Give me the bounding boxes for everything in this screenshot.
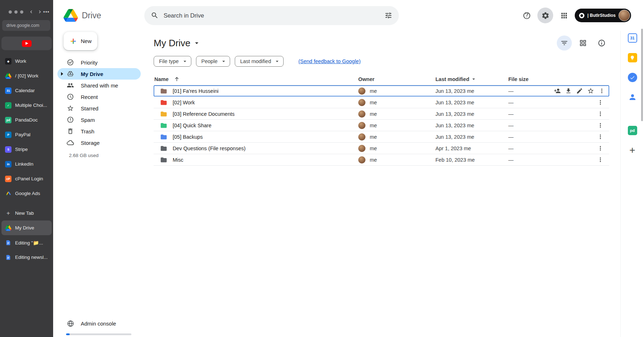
pandadoc-panel-icon[interactable]: pd — [627, 125, 638, 136]
contacts-icon[interactable] — [627, 92, 638, 102]
my-drive-icon — [67, 70, 74, 77]
forward-icon[interactable] — [37, 9, 43, 15]
sidebar-item-priority[interactable]: Priority — [53, 57, 154, 68]
drive-logo-icon[interactable] — [64, 9, 78, 22]
rename-icon[interactable] — [576, 87, 583, 94]
sidebar-item-starred[interactable]: Starred — [53, 103, 154, 114]
sidebar-item-my-drive[interactable]: My Drive — [57, 68, 141, 80]
more-options-icon[interactable] — [597, 145, 604, 152]
google-ads-icon — [5, 190, 11, 197]
tasks-icon[interactable] — [627, 72, 638, 82]
table-row[interactable]: Misc me Feb 10, 2023 me — — [154, 154, 609, 166]
file-type-filter-chip[interactable]: File type — [154, 56, 191, 67]
scrollbar-thumb[interactable] — [641, 29, 643, 121]
more-options-icon[interactable] — [597, 122, 604, 129]
sort-ascending-icon[interactable] — [174, 76, 180, 82]
get-add-ons-icon[interactable]: + — [627, 145, 638, 155]
work-icon: ◆ — [5, 58, 11, 65]
file-name: [01] Fa'res Husseini — [173, 88, 219, 94]
column-file-size[interactable]: File size — [508, 76, 554, 82]
pinned-item-google-ads[interactable]: Google Ads — [0, 186, 53, 201]
file-name: [03] Reference Documents — [173, 111, 234, 117]
sidebar-item-shared-with-me[interactable]: Shared with me — [53, 80, 154, 91]
filter-toggle-button[interactable] — [557, 35, 572, 51]
search-icon[interactable] — [151, 11, 159, 19]
more-options-icon[interactable] — [598, 87, 605, 94]
help-button[interactable] — [519, 8, 535, 23]
minimize-window-button[interactable] — [14, 10, 18, 14]
more-options-icon[interactable] — [597, 133, 604, 140]
sort-direction-icon — [471, 76, 477, 82]
download-icon[interactable] — [565, 87, 572, 94]
pinned-item-stripe[interactable]: S Stripe — [0, 142, 53, 157]
sidebar-item-spam[interactable]: Spam — [53, 114, 154, 125]
more-menu-icon[interactable]: ••• — [43, 9, 50, 15]
pinned-item-linkedin[interactable]: in LinkedIn — [0, 157, 53, 171]
expand-arrow-icon[interactable] — [61, 72, 63, 76]
share-icon[interactable] — [554, 87, 561, 94]
settings-button[interactable] — [537, 8, 553, 23]
account-chip[interactable]: | ButlrStudios — [575, 9, 631, 22]
table-row[interactable]: [04] Quick Share me Jun 13, 2023 me — — [154, 120, 609, 131]
column-owner[interactable]: Owner — [358, 76, 435, 82]
owner-label: me — [370, 88, 377, 94]
pinned-item-calendar[interactable]: 31 Calendar — [0, 83, 53, 98]
table-row[interactable]: [01] Fa'res Husseini me Jun 13, 2023 me … — [154, 85, 609, 97]
calendar-icon[interactable]: 31 — [627, 33, 638, 43]
storage-progress-bar[interactable] — [66, 333, 131, 335]
table-row[interactable]: [05] Backups me Jun 13, 2023 me — — [154, 131, 609, 143]
search-input[interactable] — [164, 12, 379, 19]
more-options-icon[interactable] — [597, 110, 604, 117]
table-row[interactable]: [03] Reference Documents me Jun 13, 2023… — [154, 108, 609, 120]
address-bar[interactable]: drive.google.com — [2, 20, 50, 31]
file-name: Dev Questions (File responses) — [173, 146, 246, 151]
search-bar[interactable] — [144, 6, 399, 25]
zoom-window-button[interactable] — [20, 10, 23, 14]
google-apps-button[interactable] — [556, 8, 572, 23]
table-row[interactable]: [02] Work me Jun 13, 2023 me — — [154, 97, 609, 108]
folder-icon — [160, 122, 167, 129]
pinned-item-02-work[interactable]: / [02] Work — [0, 68, 53, 83]
account-label: | ButlrStudios — [587, 13, 616, 18]
keep-icon[interactable] — [627, 53, 638, 63]
tab-editing-doc[interactable]: Editing "📁... — [1, 235, 52, 250]
file-name: [05] Backups — [173, 134, 203, 140]
profile-avatar[interactable] — [619, 10, 630, 21]
people-filter-chip[interactable]: People — [196, 56, 230, 67]
table-row[interactable]: Dev Questions (File responses) me Apr 1,… — [154, 143, 609, 154]
sidebar-item-trash[interactable]: Trash — [53, 125, 154, 137]
more-options-icon[interactable] — [597, 99, 604, 106]
owner-label: me — [370, 157, 377, 163]
new-tab-button[interactable]: + New Tab — [0, 206, 53, 220]
last-modified-value: Jun 13, 2023 me — [435, 100, 508, 105]
pinned-item-cpanel[interactable]: cP cPanel Login — [0, 171, 53, 186]
youtube-shortcut[interactable] — [1, 37, 52, 50]
grid-view-button[interactable] — [575, 35, 591, 51]
clock-icon — [67, 93, 74, 100]
pinned-item-paypal[interactable]: P PayPal — [0, 127, 53, 142]
back-icon[interactable] — [28, 9, 34, 15]
details-button[interactable] — [594, 35, 609, 51]
filter-list-icon — [560, 39, 568, 47]
column-name[interactable]: Name — [154, 76, 358, 82]
column-last-modified[interactable]: Last modified — [435, 76, 508, 82]
sidebar-item-storage[interactable]: Storage — [53, 137, 154, 148]
tab-my-drive[interactable]: My Drive — [1, 220, 52, 235]
sidebar-item-recent[interactable]: Recent — [53, 91, 154, 103]
admin-console-link[interactable]: Admin console — [67, 318, 116, 329]
pinned-item-work[interactable]: ◆ Work — [0, 54, 53, 68]
star-icon[interactable] — [587, 87, 594, 94]
page-title[interactable]: My Drive — [154, 38, 201, 49]
new-button[interactable]: New — [64, 32, 97, 50]
send-feedback-link[interactable]: (Send feedback to Google) — [298, 58, 360, 64]
search-options-icon[interactable] — [384, 11, 392, 19]
file-size-value: — — [508, 146, 554, 151]
pinned-item-forms[interactable]: ✓ Multiple Choi... — [0, 98, 53, 113]
more-options-icon[interactable] — [597, 156, 604, 163]
last-modified-filter-chip[interactable]: Last modified — [235, 56, 284, 67]
pinned-item-pandadoc[interactable]: pd PandaDoc — [0, 113, 53, 127]
close-window-button[interactable] — [9, 10, 12, 14]
companion-panel: 31 pd + — [620, 31, 644, 337]
folder-icon — [160, 145, 167, 152]
tab-editing-newsletter[interactable]: Editing newsl... — [1, 250, 52, 265]
